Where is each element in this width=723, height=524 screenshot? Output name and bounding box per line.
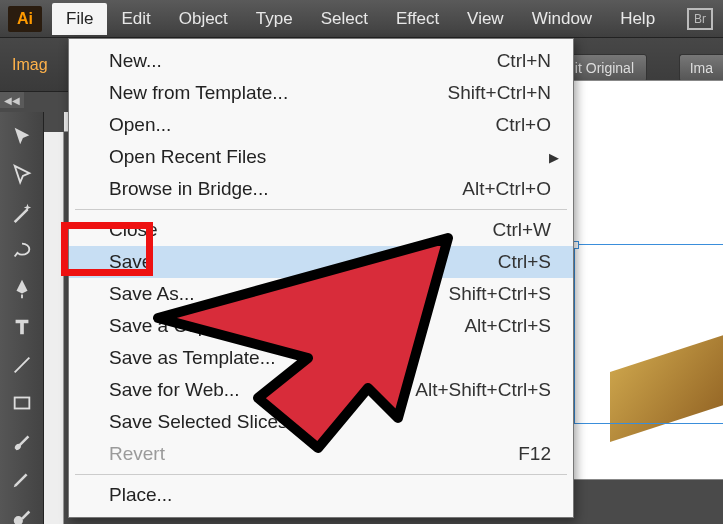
menu-item-save-selected-slices[interactable]: Save Selected Slices...	[69, 406, 573, 438]
pen-tool-icon[interactable]	[7, 278, 37, 300]
menu-select[interactable]: Select	[307, 3, 382, 35]
menu-item-open[interactable]: Open...Ctrl+O	[69, 109, 573, 141]
menu-item-shortcut: F12	[518, 443, 551, 465]
menu-item-shortcut: Alt+Ctrl+S	[464, 315, 551, 337]
menu-item-close[interactable]: CloseCtrl+W	[69, 214, 573, 246]
menu-object[interactable]: Object	[165, 3, 242, 35]
menu-item-label: Open...	[109, 114, 171, 136]
brush-tool-icon[interactable]	[7, 430, 37, 452]
menu-file[interactable]: File	[52, 3, 107, 35]
lasso-tool-icon[interactable]	[7, 240, 37, 262]
menu-item-shortcut: Shift+Ctrl+S	[449, 283, 551, 305]
file-menu-dropdown: New...Ctrl+NNew from Template...Shift+Ct…	[68, 38, 574, 518]
app-logo: Ai	[8, 6, 42, 32]
menu-item-shortcut: Ctrl+W	[492, 219, 551, 241]
menu-item-label: Save for Web...	[109, 379, 240, 401]
menu-item-browse-in-bridge[interactable]: Browse in Bridge...Alt+Ctrl+O	[69, 173, 573, 205]
direct-select-tool-icon[interactable]	[7, 164, 37, 186]
menu-item-shortcut: Ctrl+N	[497, 50, 551, 72]
menubar: Ai File Edit Object Type Select Effect V…	[0, 0, 723, 38]
menu-item-shortcut: Ctrl+O	[496, 114, 551, 136]
rectangle-tool-icon[interactable]	[7, 392, 37, 414]
menu-item-shortcut: Shift+Ctrl+N	[448, 82, 551, 104]
pencil-tool-icon[interactable]	[7, 468, 37, 490]
menu-item-place[interactable]: Place...	[69, 479, 573, 511]
menu-item-save-for-web[interactable]: Save for Web...Alt+Shift+Ctrl+S	[69, 374, 573, 406]
tools-panel	[0, 112, 44, 524]
menu-item-label: Save a Copy...	[109, 315, 232, 337]
selection-bounding-box[interactable]	[574, 244, 723, 424]
document-tab[interactable]: Imag	[12, 56, 48, 74]
menu-item-new-from-template[interactable]: New from Template...Shift+Ctrl+N	[69, 77, 573, 109]
line-tool-icon[interactable]	[7, 354, 37, 376]
menu-type[interactable]: Type	[242, 3, 307, 35]
menu-item-label: Save Selected Slices...	[109, 411, 303, 433]
menu-edit[interactable]: Edit	[107, 3, 164, 35]
bridge-icon[interactable]: Br	[687, 8, 713, 30]
panel-collapse-icon[interactable]: ◀◀	[0, 92, 24, 108]
menu-item-save-as[interactable]: Save As...Shift+Ctrl+S	[69, 278, 573, 310]
image-button[interactable]: Ima	[679, 54, 723, 82]
type-tool-icon[interactable]	[7, 316, 37, 338]
menu-help[interactable]: Help	[606, 3, 669, 35]
ruler-vertical	[44, 132, 64, 524]
menu-item-label: Open Recent Files	[109, 146, 266, 168]
menu-effect[interactable]: Effect	[382, 3, 453, 35]
menu-item-shortcut: Ctrl+S	[498, 251, 551, 273]
menu-item-shortcut: Alt+Ctrl+O	[462, 178, 551, 200]
menu-item-shortcut: Alt+Shift+Ctrl+S	[415, 379, 551, 401]
menu-item-label: Save As...	[109, 283, 195, 305]
menu-item-label: New...	[109, 50, 162, 72]
submenu-arrow-icon: ▶	[549, 150, 559, 165]
svg-point-1	[13, 516, 22, 524]
menu-item-label: Save	[109, 251, 152, 273]
menu-item-label: Place...	[109, 484, 172, 506]
menu-item-label: Browse in Bridge...	[109, 178, 268, 200]
menu-item-label: New from Template...	[109, 82, 288, 104]
svg-rect-0	[14, 398, 29, 409]
magic-wand-tool-icon[interactable]	[7, 202, 37, 224]
menu-item-label: Close	[109, 219, 158, 241]
menu-item-label: Save as Template...	[109, 347, 276, 369]
blob-brush-tool-icon[interactable]	[7, 506, 37, 524]
menu-view[interactable]: View	[453, 3, 518, 35]
menu-window[interactable]: Window	[518, 3, 606, 35]
menu-item-label: Revert	[109, 443, 165, 465]
menu-item-new[interactable]: New...Ctrl+N	[69, 45, 573, 77]
menu-item-save-as-template[interactable]: Save as Template...	[69, 342, 573, 374]
selection-tool-icon[interactable]	[7, 126, 37, 148]
menu-item-revert: RevertF12	[69, 438, 573, 470]
menu-item-save-a-copy[interactable]: Save a Copy...Alt+Ctrl+S	[69, 310, 573, 342]
menu-item-open-recent-files[interactable]: Open Recent Files▶	[69, 141, 573, 173]
menu-item-save[interactable]: SaveCtrl+S	[69, 246, 573, 278]
